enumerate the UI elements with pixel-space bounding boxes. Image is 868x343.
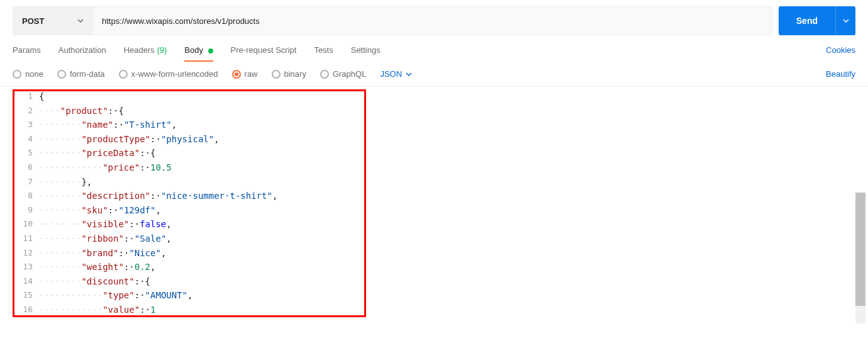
code-line[interactable]: 4········"productType":·"physical", [13,132,855,147]
send-dropdown-button[interactable] [835,6,855,35]
request-bar: POST https://www.wixapis.com/stores/v1/p… [0,0,868,35]
code-line[interactable]: 2····"product":·{ [13,104,855,118]
body-type-urlencoded[interactable]: x-www-form-urlencoded [119,69,218,79]
line-number: 3 [13,118,39,132]
chevron-down-icon [843,18,849,24]
chevron-down-icon [77,16,84,26]
code-line[interactable]: 15············"type":·"AMOUNT", [13,288,855,303]
line-number: 1 [13,89,39,104]
code-content: ········"discount":·{ [39,274,855,289]
headers-count: (9) [157,45,167,55]
line-number: 2 [13,104,39,118]
tab-headers[interactable]: Headers (9) [124,45,167,61]
tab-params[interactable]: Params [13,45,41,61]
code-content: ········}, [39,175,855,189]
vertical-scrollbar[interactable] [855,193,865,323]
line-number: 10 [13,217,39,232]
dirty-indicator-icon [208,48,213,53]
code-content: ············"type":·"AMOUNT", [39,288,855,303]
code-editor[interactable]: 1{2····"product":·{3········"name":·"T-s… [13,89,855,317]
tab-prerequest[interactable]: Pre-request Script [231,45,297,61]
code-line[interactable]: 14········"discount":·{ [13,274,855,289]
url-input[interactable]: https://www.wixapis.com/stores/v1/produc… [93,6,772,35]
code-content: ········"description":·"nice·summer·t-sh… [39,189,855,203]
tab-tests[interactable]: Tests [314,45,333,61]
chevron-down-icon [406,71,412,77]
code-line[interactable]: 8········"description":·"nice·summer·t-s… [13,189,855,203]
line-number: 6 [13,160,39,175]
body-type-row: none form-data x-www-form-urlencoded raw… [0,62,868,87]
line-number: 15 [13,288,39,303]
line-number: 11 [13,232,39,246]
code-content: ········"visible":·false, [39,217,855,232]
code-content: ········"brand":·"Nice", [39,246,855,261]
body-type-raw[interactable]: raw [232,69,258,79]
line-number: 8 [13,189,39,203]
line-number: 16 [13,303,39,317]
code-content: ········"priceData":·{ [39,146,855,160]
url-value: https://www.wixapis.com/stores/v1/produc… [102,16,260,26]
line-number: 9 [13,203,39,218]
radio-icon [57,70,66,79]
tab-authorization[interactable]: Authorization [58,45,106,61]
code-line[interactable]: 16············"value":·1 [13,303,855,317]
code-line[interactable]: 6············"price":·10.5 [13,160,855,175]
radio-icon [272,70,281,79]
radio-checked-icon [232,70,241,79]
code-line[interactable]: 1{ [13,89,855,104]
radio-icon [119,70,128,79]
radio-icon [320,70,329,79]
line-number: 14 [13,274,39,289]
tab-headers-label: Headers [124,45,155,55]
code-content: ········"weight":·0.2, [39,260,855,274]
code-content: ····"product":·{ [39,104,855,118]
cookies-link[interactable]: Cookies [826,45,855,61]
line-number: 13 [13,260,39,274]
code-content: ········"name":·"T-shirt", [39,118,855,132]
code-line[interactable]: 9········"sku":·"129df", [13,203,855,218]
code-content: ········"sku":·"129df", [39,203,855,218]
code-content: ········"ribbon":·"Sale", [39,232,855,246]
code-line[interactable]: 12········"brand":·"Nice", [13,246,855,261]
beautify-button[interactable]: Beautify [826,69,855,79]
code-content: ············"price":·10.5 [39,160,855,175]
tab-settings[interactable]: Settings [351,45,381,61]
line-number: 7 [13,175,39,189]
tab-body[interactable]: Body [184,45,213,61]
send-button[interactable]: Send [779,6,835,35]
method-value: POST [22,16,44,26]
method-select[interactable]: POST [13,6,93,35]
code-line[interactable]: 11········"ribbon":·"Sale", [13,232,855,246]
request-tabs: Params Authorization Headers (9) Body Pr… [0,35,868,62]
code-line[interactable]: 3········"name":·"T-shirt", [13,118,855,132]
code-content: ············"value":·1 [39,303,855,317]
code-content: ········"productType":·"physical", [39,132,855,147]
line-number: 5 [13,146,39,160]
body-type-binary[interactable]: binary [272,69,306,79]
code-content: { [39,89,855,104]
scroll-thumb[interactable] [855,193,865,306]
body-language-select[interactable]: JSON [380,69,412,79]
code-line[interactable]: 7········}, [13,175,855,189]
code-line[interactable]: 5········"priceData":·{ [13,146,855,160]
body-type-graphql[interactable]: GraphQL [320,69,366,79]
code-line[interactable]: 10········"visible":·false, [13,217,855,232]
code-line[interactable]: 13········"weight":·0.2, [13,260,855,274]
body-type-none[interactable]: none [13,69,43,79]
radio-icon [13,70,21,79]
body-type-formdata[interactable]: form-data [57,69,105,79]
line-number: 4 [13,132,39,147]
line-number: 12 [13,246,39,261]
send-button-group: Send [779,6,855,35]
editor-area: 1{2····"product":·{3········"name":·"T-s… [0,87,868,323]
tab-body-label: Body [184,45,203,55]
